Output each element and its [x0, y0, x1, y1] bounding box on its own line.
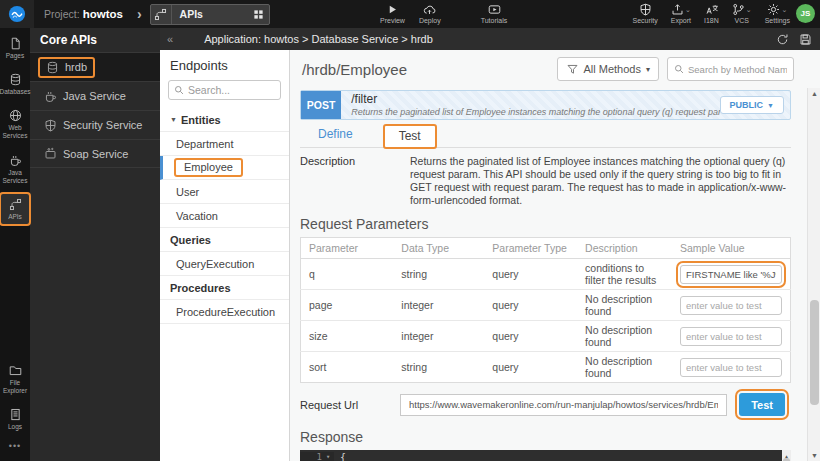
sample-value-input[interactable]	[680, 265, 782, 284]
core-api-item-hrdb[interactable]: hrdb	[30, 52, 160, 81]
method-badge: POST	[301, 91, 341, 119]
endpoints-section-queries[interactable]: Queries	[160, 228, 289, 252]
param-sample-cell	[672, 352, 791, 383]
column-parameter: Parameter	[301, 238, 394, 259]
more-dots-icon[interactable]: •••	[9, 441, 21, 451]
scroll-up-icon[interactable]: ▲	[808, 90, 820, 97]
project-name: howtos	[83, 8, 123, 20]
endpoint-item-procedureexecution[interactable]: ProcedureExecution	[160, 300, 289, 324]
tab-define[interactable]: Define	[302, 123, 369, 147]
request-url-row: Request Url Test	[300, 393, 791, 416]
globe-icon	[9, 109, 22, 122]
request-url-input[interactable]	[400, 394, 727, 416]
search-icon	[674, 64, 684, 74]
table-header-row: Parameter Data Type Parameter Type Descr…	[301, 238, 791, 259]
scroll-down-icon[interactable]: ▼	[808, 452, 820, 459]
export-label: Export	[671, 17, 691, 24]
shield-icon	[44, 119, 57, 132]
sample-value-input[interactable]	[680, 358, 782, 377]
endpoint-item-department[interactable]: Department	[160, 132, 289, 156]
core-api-item-java-service[interactable]: Java Service	[30, 81, 160, 110]
service-path: /hrdb/Employee	[302, 61, 407, 78]
collapse-panel-button[interactable]: «	[160, 33, 180, 45]
tutorials-button[interactable]: Tutorials	[481, 0, 508, 24]
request-parameters-table: Parameter Data Type Parameter Type Descr…	[300, 237, 791, 383]
sample-value-input[interactable]	[680, 327, 782, 346]
service-header: /hrdb/Employee All Methods ▾	[290, 50, 820, 88]
request-url-label: Request Url	[300, 399, 400, 411]
application-bar: « Application: howtos > Database Service…	[160, 28, 820, 50]
endpoint-item-user[interactable]: User	[160, 180, 289, 204]
core-api-item-label: Java Service	[63, 90, 126, 102]
param-description: No description found	[577, 321, 672, 352]
settings-button[interactable]: ⌄ Settings	[765, 0, 790, 24]
rail-item-web-services[interactable]: Web Services	[0, 104, 30, 144]
core-api-item-content: Security Service	[38, 117, 148, 134]
endpoints-section-entities[interactable]: ▼Entities	[160, 108, 289, 132]
chevron-right-icon[interactable]: ›	[137, 6, 142, 22]
method-search-input[interactable]	[688, 64, 787, 75]
rail-item-label: Java Services	[0, 169, 30, 185]
database-icon	[9, 73, 22, 86]
grid-icon[interactable]	[253, 9, 264, 20]
endpoints-section-procedures[interactable]: Procedures	[160, 276, 289, 300]
rail-item-label: Logs	[8, 423, 22, 431]
endpoint-item-label: Vacation	[176, 210, 218, 222]
visibility-label: PUBLIC	[730, 100, 764, 110]
rail-item-file-explorer[interactable]: File Explorer	[0, 359, 30, 399]
test-button[interactable]: Test	[739, 393, 785, 416]
refresh-icon[interactable]	[776, 33, 789, 46]
user-avatar[interactable]: JS	[796, 4, 815, 23]
response-editor[interactable]: 1▾{2▾"content": [3▾{4"empId": 5,5"firstn…	[300, 450, 791, 461]
i18n-label: I18N	[704, 17, 719, 24]
core-api-item-content: hrdb	[38, 57, 95, 78]
caret-down-icon: ⌄	[685, 6, 691, 14]
left-rail-bottom: File ExplorerLogs	[0, 355, 30, 435]
endpoint-row-filter[interactable]: POST /filter Returns the paginated list …	[300, 90, 791, 120]
method-search[interactable]	[667, 57, 794, 81]
pages-icon	[9, 37, 22, 50]
cloud-upload-icon	[423, 3, 436, 16]
endpoints-title: Endpoints	[160, 50, 289, 80]
core-api-item-soap-service[interactable]: Soap Service	[30, 139, 160, 168]
sample-value-input[interactable]	[680, 296, 782, 315]
endpoint-item-label: QueryExecution	[176, 258, 254, 270]
caret-down-icon: ⌄	[781, 6, 787, 14]
vcs-button[interactable]: ⌄ VCS	[732, 0, 752, 24]
tab-apis[interactable]: APIs	[150, 4, 270, 25]
core-api-item-label: Security Service	[63, 119, 142, 131]
video-icon	[488, 3, 501, 16]
methods-filter-button[interactable]: All Methods ▾	[557, 57, 660, 81]
coffee-icon	[9, 154, 22, 167]
endpoint-item-queryexecution[interactable]: QueryExecution	[160, 252, 289, 276]
core-api-item-content: Java Service	[38, 88, 132, 105]
tab-test[interactable]: Test	[383, 124, 437, 149]
security-button[interactable]: Security	[633, 0, 658, 24]
endpoint-detail: POST /filter Returns the paginated list …	[290, 88, 807, 461]
endpoint-item-vacation[interactable]: Vacation	[160, 204, 289, 228]
save-icon[interactable]	[799, 33, 812, 46]
rail-item-apis[interactable]: APIs	[0, 193, 30, 225]
deploy-button[interactable]: Deploy	[419, 0, 441, 24]
i18n-button[interactable]: I18N	[704, 0, 719, 24]
preview-button[interactable]: Preview	[380, 0, 405, 24]
rail-item-pages[interactable]: Pages	[0, 32, 30, 64]
core-api-item-security-service[interactable]: Security Service	[30, 110, 160, 139]
rail-item-label: Pages	[6, 52, 24, 60]
endpoints-search[interactable]	[168, 80, 281, 100]
rail-item-databases[interactable]: Databases	[0, 68, 30, 100]
endpoints-search-input[interactable]	[188, 84, 275, 96]
scroll-thumb[interactable]	[810, 300, 819, 405]
endpoint-item-employee[interactable]: Employee	[160, 156, 289, 180]
line-number: 1	[300, 452, 322, 461]
rail-item-logs[interactable]: Logs	[0, 403, 30, 435]
export-button[interactable]: ⌄ Export	[671, 0, 691, 24]
table-body: qstringqueryconditions to filter the res…	[301, 259, 791, 383]
visibility-button[interactable]: PUBLIC ▼	[720, 96, 784, 114]
wavemaker-logo[interactable]	[0, 0, 34, 28]
wavemaker-logo-icon	[8, 5, 26, 23]
rail-item-java-services[interactable]: Java Services	[0, 149, 30, 189]
main-scrollbar[interactable]: ▲ ▼	[807, 88, 820, 461]
appbar-actions	[776, 33, 812, 46]
fold-caret-icon[interactable]: ▾	[322, 452, 334, 461]
